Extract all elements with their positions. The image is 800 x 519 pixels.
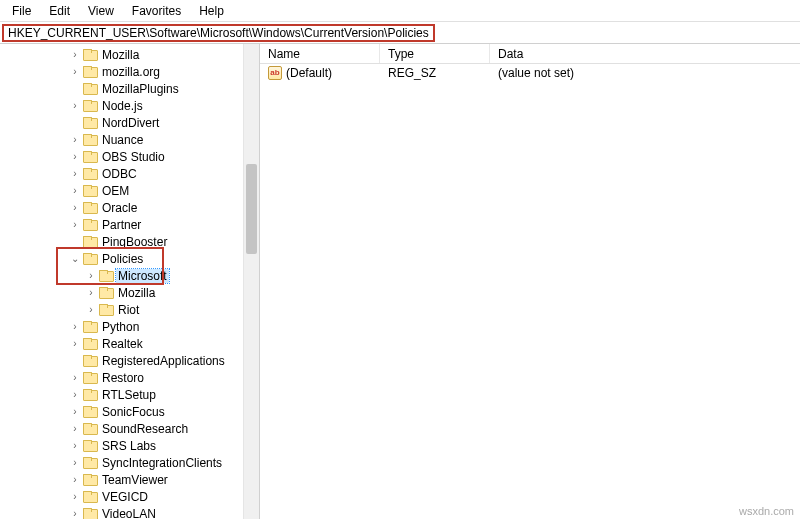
reg-string-icon: ab (268, 66, 282, 80)
tree-item[interactable]: ›Mozilla (2, 284, 259, 301)
folder-icon (82, 65, 98, 79)
chevron-right-icon[interactable]: › (68, 491, 82, 502)
tree-scrollbar-thumb[interactable] (246, 164, 257, 254)
tree-item[interactable]: ›VEGICD (2, 488, 259, 505)
tree-item[interactable]: ›OEM (2, 182, 259, 199)
value-data-cell: (value not set) (490, 66, 800, 80)
chevron-right-icon[interactable]: › (68, 508, 82, 519)
column-headers: Name Type Data (260, 44, 800, 64)
chevron-right-icon[interactable]: › (68, 185, 82, 196)
registry-tree-pane: ›Mozilla›mozilla.orgMozillaPlugins›Node.… (0, 44, 260, 519)
chevron-right-icon[interactable]: › (68, 457, 82, 468)
column-header-type[interactable]: Type (380, 44, 490, 63)
tree-item-label: VideoLAN (100, 507, 158, 520)
tree-item[interactable]: MozillaPlugins (2, 80, 259, 97)
chevron-right-icon[interactable]: › (84, 270, 98, 281)
tree-item[interactable]: ›mozilla.org (2, 63, 259, 80)
chevron-right-icon[interactable]: › (68, 219, 82, 230)
chevron-right-icon[interactable]: › (68, 49, 82, 60)
chevron-right-icon[interactable]: › (68, 423, 82, 434)
tree-item[interactable]: ›SoundResearch (2, 420, 259, 437)
tree-item[interactable]: ›Python (2, 318, 259, 335)
folder-icon (98, 303, 114, 317)
folder-icon (82, 218, 98, 232)
tree-item[interactable]: ›RTLSetup (2, 386, 259, 403)
tree-item-label: OBS Studio (100, 150, 167, 164)
tree-item[interactable]: ›Node.js (2, 97, 259, 114)
tree-item[interactable]: ⌄Policies (2, 250, 259, 267)
tree-item[interactable]: ›Restoro (2, 369, 259, 386)
tree-item-label: Python (100, 320, 141, 334)
chevron-right-icon[interactable]: › (68, 202, 82, 213)
values-pane: Name Type Data ab(Default)REG_SZ(value n… (260, 44, 800, 519)
addressbar-container: HKEY_CURRENT_USER\Software\Microsoft\Win… (0, 22, 800, 44)
tree-item-label: Mozilla (116, 286, 157, 300)
tree-item[interactable]: ›SonicFocus (2, 403, 259, 420)
tree-scrollbar[interactable] (243, 44, 259, 519)
menu-favorites[interactable]: Favorites (124, 2, 189, 19)
tree-item[interactable]: ›Riot (2, 301, 259, 318)
menubar: File Edit View Favorites Help (0, 0, 800, 22)
tree-item-label: Oracle (100, 201, 139, 215)
chevron-right-icon[interactable]: › (68, 151, 82, 162)
tree-item-label: Restoro (100, 371, 146, 385)
registry-tree[interactable]: ›Mozilla›mozilla.orgMozillaPlugins›Node.… (0, 44, 259, 519)
tree-item-label: SonicFocus (100, 405, 167, 419)
chevron-right-icon[interactable]: › (68, 474, 82, 485)
tree-item-label: Node.js (100, 99, 145, 113)
tree-item[interactable]: ›Partner (2, 216, 259, 233)
tree-item[interactable]: ›TeamViewer (2, 471, 259, 488)
chevron-right-icon[interactable]: › (68, 168, 82, 179)
tree-item-label: Policies (100, 252, 145, 266)
folder-icon (82, 82, 98, 96)
menu-view[interactable]: View (80, 2, 122, 19)
tree-item-label: mozilla.org (100, 65, 162, 79)
chevron-right-icon[interactable]: › (84, 304, 98, 315)
tree-item[interactable]: NordDivert (2, 114, 259, 131)
folder-icon (82, 252, 98, 266)
tree-item-label: Nuance (100, 133, 145, 147)
tree-item[interactable]: ›Realtek (2, 335, 259, 352)
chevron-right-icon[interactable]: › (68, 389, 82, 400)
chevron-right-icon[interactable]: › (68, 134, 82, 145)
tree-item[interactable]: ›Microsoft (2, 267, 259, 284)
chevron-down-icon[interactable]: ⌄ (68, 253, 82, 264)
value-row[interactable]: ab(Default)REG_SZ(value not set) (260, 64, 800, 82)
chevron-right-icon[interactable]: › (68, 440, 82, 451)
chevron-right-icon[interactable]: › (68, 100, 82, 111)
column-header-name[interactable]: Name (260, 44, 380, 63)
tree-item-label: Partner (100, 218, 143, 232)
tree-item[interactable]: ›Oracle (2, 199, 259, 216)
tree-item-label: ODBC (100, 167, 139, 181)
folder-icon (82, 456, 98, 470)
tree-item-label: SRS Labs (100, 439, 158, 453)
addressbar[interactable]: HKEY_CURRENT_USER\Software\Microsoft\Win… (2, 24, 435, 42)
tree-item[interactable]: ›OBS Studio (2, 148, 259, 165)
tree-item[interactable]: ›Nuance (2, 131, 259, 148)
chevron-right-icon[interactable]: › (68, 338, 82, 349)
tree-item[interactable]: ›ODBC (2, 165, 259, 182)
column-header-data[interactable]: Data (490, 44, 800, 63)
tree-item-label: SoundResearch (100, 422, 190, 436)
tree-item[interactable]: ›SRS Labs (2, 437, 259, 454)
tree-item[interactable]: RegisteredApplications (2, 352, 259, 369)
menu-help[interactable]: Help (191, 2, 232, 19)
tree-item-label: NordDivert (100, 116, 161, 130)
menu-file[interactable]: File (4, 2, 39, 19)
tree-item[interactable]: ›Mozilla (2, 46, 259, 63)
chevron-right-icon[interactable]: › (68, 372, 82, 383)
tree-item[interactable]: PingBooster (2, 233, 259, 250)
chevron-right-icon[interactable]: › (68, 321, 82, 332)
chevron-right-icon[interactable]: › (68, 406, 82, 417)
menu-edit[interactable]: Edit (41, 2, 78, 19)
folder-icon (82, 99, 98, 113)
content-area: ›Mozilla›mozilla.orgMozillaPlugins›Node.… (0, 44, 800, 519)
chevron-right-icon[interactable]: › (84, 287, 98, 298)
tree-item[interactable]: ›VideoLAN (2, 505, 259, 519)
folder-icon (82, 507, 98, 520)
tree-item-label: RegisteredApplications (100, 354, 227, 368)
value-name-cell: ab(Default) (260, 66, 380, 80)
tree-item[interactable]: ›SyncIntegrationClients (2, 454, 259, 471)
folder-icon (82, 235, 98, 249)
chevron-right-icon[interactable]: › (68, 66, 82, 77)
